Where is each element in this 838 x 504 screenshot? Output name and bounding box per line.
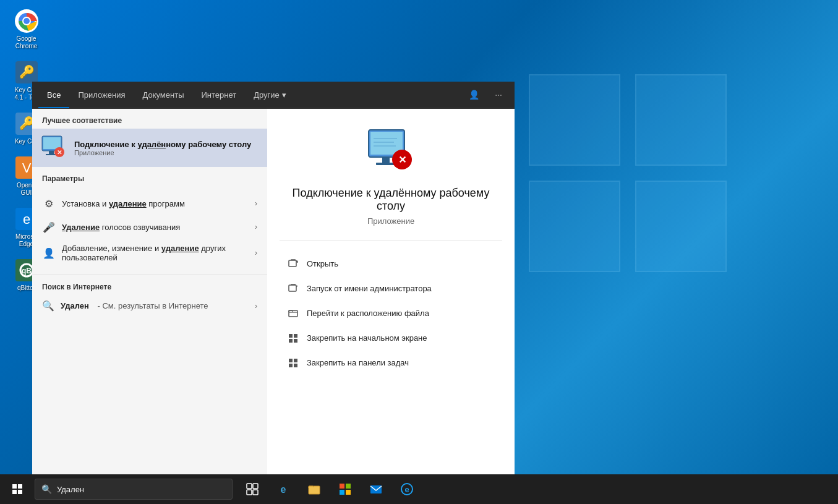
tab-web[interactable]: Интернет bbox=[192, 81, 245, 108]
chrome-icon-label: Google Chrome bbox=[6, 35, 47, 50]
svg-text:✕: ✕ bbox=[398, 155, 406, 165]
shield-icon bbox=[287, 282, 299, 294]
svg-rect-50 bbox=[346, 490, 351, 495]
svg-rect-42 bbox=[253, 484, 258, 489]
task-view-button[interactable] bbox=[237, 474, 267, 504]
svg-text:qB: qB bbox=[22, 267, 32, 275]
settings-item-text-1: Удаление голосов озвучивания bbox=[62, 223, 249, 232]
search-tabs-bar: Все Приложения Документы Интернет Другие… bbox=[32, 82, 515, 109]
svg-rect-37 bbox=[289, 359, 293, 362]
svg-rect-33 bbox=[289, 334, 293, 338]
open-icon bbox=[287, 257, 299, 270]
preview-divider bbox=[280, 241, 502, 241]
action-pin-start[interactable]: Закрепить на начальном экране bbox=[280, 325, 502, 350]
svg-point-3 bbox=[24, 18, 30, 24]
arrow-right-icon-internet: › bbox=[255, 302, 257, 310]
windows-start-icon bbox=[12, 484, 22, 494]
tab-actions-area: 👤 ··· bbox=[464, 85, 508, 105]
action-list: Открыть Запуск от имени администратора bbox=[280, 251, 502, 375]
svg-text:e: e bbox=[22, 211, 30, 227]
svg-rect-40 bbox=[294, 364, 297, 367]
settings-label: Параметры bbox=[32, 167, 267, 187]
search-results-right: ✕ Подключение к удалённому рабочему стол… bbox=[267, 109, 515, 474]
best-match-title: Подключение к удалённому рабочему столу bbox=[74, 140, 259, 149]
svg-rect-38 bbox=[294, 359, 297, 362]
settings-item-text-2: Добавление, изменение и удаление других … bbox=[62, 244, 249, 262]
preview-title: Подключение к удалённому рабочему столу bbox=[280, 187, 502, 213]
internet-section: Поиск в Интернете 🔍 Удален - См. результ… bbox=[32, 275, 267, 317]
svg-text:🔑: 🔑 bbox=[19, 64, 34, 79]
svg-text:V: V bbox=[22, 160, 31, 176]
ie-taskbar-button[interactable]: e bbox=[392, 474, 422, 504]
action-goto-file-label: Перейти к расположению файла bbox=[307, 309, 429, 318]
best-match-item[interactable]: ✕ Подключение к удалённому рабочему стол… bbox=[32, 129, 267, 167]
person-icon-button[interactable]: 👤 bbox=[464, 85, 484, 105]
svg-rect-32 bbox=[289, 310, 297, 317]
svg-rect-16 bbox=[43, 137, 61, 149]
desktop-icon-chrome[interactable]: Google Chrome bbox=[3, 6, 49, 53]
action-pin-taskbar[interactable]: Закрепить на панели задач bbox=[280, 350, 502, 375]
svg-rect-34 bbox=[294, 334, 297, 338]
settings-item-2[interactable]: 👤 Добавление, изменение и удаление други… bbox=[32, 239, 267, 267]
svg-rect-35 bbox=[289, 339, 293, 343]
arrow-right-icon-2: › bbox=[255, 249, 257, 257]
svg-rect-43 bbox=[247, 490, 252, 495]
svg-rect-30 bbox=[289, 260, 296, 267]
start-button[interactable] bbox=[2, 474, 32, 504]
action-goto-file[interactable]: Перейти к расположению файла bbox=[280, 301, 502, 325]
arrow-right-icon-0: › bbox=[255, 199, 257, 208]
svg-rect-51 bbox=[370, 485, 382, 493]
store-taskbar-button[interactable] bbox=[330, 474, 360, 504]
svg-rect-23 bbox=[382, 157, 390, 163]
search-panel: Все Приложения Документы Интернет Другие… bbox=[32, 82, 515, 474]
action-run-admin[interactable]: Запуск от имени администратора bbox=[280, 276, 502, 301]
svg-rect-44 bbox=[253, 490, 258, 495]
taskbar-search-input[interactable] bbox=[57, 485, 226, 494]
settings-item-0[interactable]: ⚙ Установка и удаление программ › bbox=[32, 192, 267, 215]
edge-taskbar-button[interactable]: e bbox=[268, 474, 298, 504]
action-open[interactable]: Открыть bbox=[280, 251, 502, 276]
rdp-app-icon-large: ✕ bbox=[366, 127, 416, 177]
action-run-admin-label: Запуск от имени администратора bbox=[307, 284, 432, 293]
svg-text:e: e bbox=[404, 485, 409, 494]
tab-docs[interactable]: Документы bbox=[134, 81, 192, 108]
microphone-icon: 🎤 bbox=[42, 220, 56, 234]
internet-query: Удален bbox=[61, 301, 89, 310]
search-content-area: Лучшее соответствие ✕ bbox=[32, 109, 515, 474]
svg-rect-41 bbox=[247, 484, 252, 489]
tab-all[interactable]: Все bbox=[38, 81, 69, 108]
best-match-label: Лучшее соответствие bbox=[32, 109, 267, 129]
settings-item-1[interactable]: 🎤 Удаление голосов озвучивания › bbox=[32, 215, 267, 239]
action-open-label: Открыть bbox=[307, 259, 338, 268]
gear-icon: ⚙ bbox=[42, 197, 56, 210]
taskbar-pinned-icons: e bbox=[237, 474, 422, 504]
action-pin-start-label: Закрепить на начальном экране bbox=[307, 333, 427, 343]
more-options-button[interactable]: ··· bbox=[489, 85, 508, 105]
svg-rect-48 bbox=[346, 484, 351, 489]
pin-taskbar-icon bbox=[287, 356, 299, 369]
search-results-left: Лучшее соответствие ✕ bbox=[32, 109, 267, 474]
preview-subtitle: Приложение bbox=[367, 216, 414, 226]
arrow-right-icon-1: › bbox=[255, 223, 257, 231]
tab-apps[interactable]: Приложения bbox=[69, 81, 134, 108]
taskbar-search-box[interactable]: 🔍 bbox=[35, 479, 233, 500]
internet-label: Поиск в Интернете bbox=[32, 275, 267, 295]
taskbar-search-icon: 🔍 bbox=[41, 484, 52, 494]
best-match-subtitle: Приложение bbox=[74, 149, 259, 156]
tab-other[interactable]: Другие ▾ bbox=[245, 90, 295, 100]
best-match-info: Подключение к удалённому рабочему столу … bbox=[74, 140, 259, 156]
keycoll1-icon: 🔑 bbox=[14, 60, 39, 85]
svg-rect-47 bbox=[340, 484, 344, 489]
svg-rect-17 bbox=[49, 151, 54, 154]
internet-desc: - См. результаты в Интернете bbox=[95, 301, 208, 310]
settings-items-list: ⚙ Установка и удаление программ › 🎤 Удал… bbox=[32, 187, 267, 272]
mail-taskbar-button[interactable] bbox=[361, 474, 391, 504]
svg-rect-39 bbox=[289, 364, 293, 367]
chrome-icon bbox=[14, 9, 39, 33]
explorer-taskbar-button[interactable] bbox=[299, 474, 329, 504]
chevron-down-icon: ▾ bbox=[282, 90, 286, 100]
pin-start-icon bbox=[287, 331, 299, 344]
svg-text:✕: ✕ bbox=[57, 149, 62, 156]
users-icon: 👤 bbox=[42, 246, 56, 260]
internet-search-item[interactable]: 🔍 Удален - См. результаты в Интернете › bbox=[32, 295, 267, 317]
